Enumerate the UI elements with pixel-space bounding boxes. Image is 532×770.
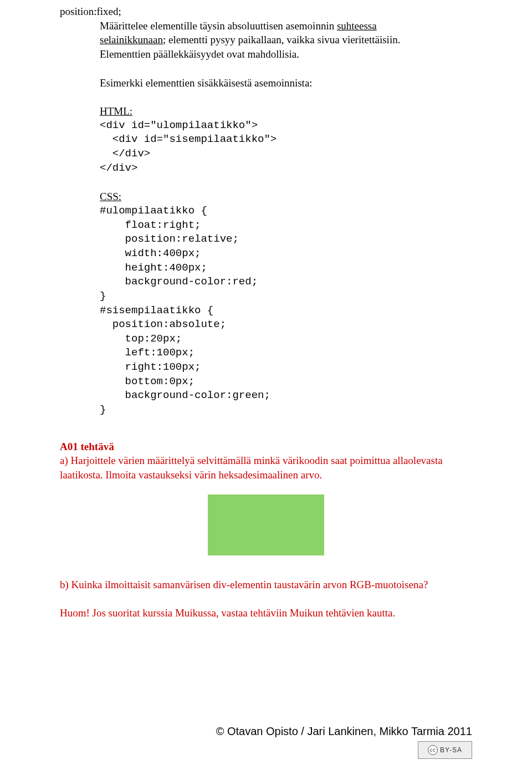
- txt: Määrittelee elementille täysin absoluutt…: [100, 20, 337, 32]
- paragraph-example-intro: Esimerkki elementtien sisäkkäisestä asem…: [60, 76, 472, 90]
- txt: ; elementti pysyy paikallaan, vaikka siv…: [163, 34, 400, 45]
- paragraph-fixed-desc: Määrittelee elementille täysin absoluutt…: [60, 19, 472, 62]
- txt-underline: selainikkunaan: [100, 34, 163, 45]
- cc-icon: cc: [428, 745, 438, 755]
- task-heading: A01 tehtävä: [60, 440, 472, 454]
- cc-by-sa-badge: cc BY-SA: [418, 741, 472, 759]
- txt: Elementtien päällekkäisyydet ovat mahdol…: [100, 48, 299, 60]
- task-a: a) Harjoittele värien määrittelyä selvit…: [60, 453, 472, 482]
- html-label: HTML:: [60, 104, 472, 119]
- task-note: Huom! Jos suoritat kurssia Muikussa, vas…: [60, 606, 472, 620]
- txt-underline: suhteessa: [337, 20, 377, 32]
- code-html: <div id="ulompilaatikko"> <div id="sisem…: [60, 119, 472, 176]
- color-sample-box: [208, 494, 324, 555]
- css-label: CSS:: [60, 190, 472, 204]
- code-css: #ulompilaatikko { float:right; position:…: [60, 204, 472, 417]
- text-position-fixed: position:fixed;: [60, 4, 472, 19]
- cc-text: BY-SA: [440, 746, 462, 754]
- task-b: b) Kuinka ilmoittaisit samanvärisen div-…: [60, 578, 472, 592]
- footer-credit: © Otavan Opisto / Jari Lankinen, Mikko T…: [216, 724, 472, 739]
